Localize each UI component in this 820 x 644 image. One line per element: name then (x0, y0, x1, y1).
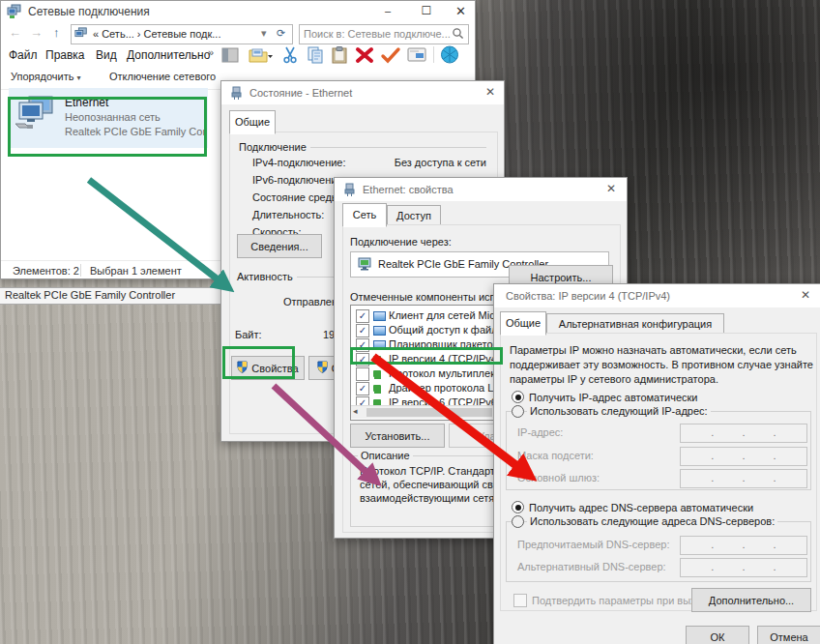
intro-line: параметры IP у сетевого администратора. (510, 373, 718, 385)
status-dialog-titlebar[interactable]: Состояние - Ethernet ✕ (221, 81, 504, 104)
row-label: IPv6-подключение: (252, 174, 346, 186)
network-connections-app-icon (7, 4, 22, 21)
status-tab-general[interactable]: Общие (229, 110, 276, 134)
description-line: взаимодействующими сетями. (360, 492, 511, 504)
ipv4-properties-dialog: Свойства: IP версии 4 (TCP/IPv4) ✕ Общие… (493, 283, 820, 644)
connect-via-label: Подключение через: (350, 236, 452, 248)
manual-dns-radio-label[interactable]: Использовать следующие адреса DNS-сервер… (527, 515, 777, 527)
adapter-mini-icon (357, 257, 372, 273)
alternate-dns-field[interactable]: . . . (680, 558, 807, 577)
properties-button[interactable]: Свойства (231, 356, 305, 380)
help-shell-icon[interactable] (440, 45, 459, 66)
component-checkbox[interactable]: ✓ (356, 309, 369, 323)
views-icon[interactable] (221, 46, 240, 66)
delete-icon[interactable] (355, 46, 374, 66)
preferred-dns-field[interactable]: . . . (680, 536, 807, 555)
connection-network: Неопознанная сеть (65, 111, 161, 123)
up-icon[interactable]: ↑ (53, 25, 60, 40)
menu-advanced[interactable]: Дополнительно (127, 48, 210, 62)
adapter-dialog-close-icon[interactable]: ✕ (598, 178, 625, 199)
status-dialog-title: Состояние - Ethernet (249, 87, 352, 99)
scroll-left-icon[interactable]: ◂ (353, 406, 358, 416)
auto-dns-radio-label[interactable]: Получить адрес DNS-сервера автоматически (529, 502, 753, 513)
organize-button[interactable]: Упорядочить ▾ (11, 71, 81, 82)
tab-network[interactable]: Сеть (342, 203, 387, 227)
alternate-dns-label: Альтернативный DNS-сервер: (517, 561, 666, 572)
menu-edit[interactable]: Правка (45, 48, 85, 62)
rename-check-icon[interactable] (380, 46, 401, 66)
ok-button[interactable]: ОК (686, 626, 749, 644)
menu-overflow-icon[interactable]: » (208, 46, 214, 58)
breadcrumb-path[interactable]: « Сеть... › Сетевые подк... (93, 28, 220, 40)
forward-icon[interactable]: → (30, 25, 43, 40)
maximize-button[interactable]: ☐ (411, 1, 442, 22)
refresh-icon[interactable]: ⟳ (277, 27, 285, 40)
status-items-count: Элементов: 2 (13, 265, 79, 277)
description-line: сетей, обеспечивающий связь (360, 479, 509, 490)
subnet-mask-field[interactable]: . . . (680, 447, 807, 466)
component-checkbox[interactable]: ✓ (356, 324, 369, 337)
menu-file[interactable]: Файл (9, 48, 38, 62)
gateway-label: Основной шлюз: (517, 472, 600, 483)
component-checkbox[interactable] (356, 367, 369, 381)
back-icon[interactable]: ← (9, 25, 21, 40)
status-dialog-close-icon[interactable]: ✕ (477, 81, 504, 102)
search-input[interactable]: Поиск в: Сетевые подключе... (299, 24, 469, 44)
search-placeholder: Поиск в: Сетевые подключе... (304, 28, 451, 40)
component-checkbox[interactable]: ✓ (356, 353, 369, 366)
advanced-button[interactable]: Дополнительно... (691, 588, 811, 612)
ethernet-adapter-icon (14, 95, 56, 137)
tab-general[interactable]: Общие (500, 311, 546, 336)
cut-icon[interactable] (281, 46, 299, 66)
connection-name: Ethernet (65, 96, 108, 109)
menu-view[interactable]: Вид (96, 48, 117, 62)
adapter-dialog-titlebar[interactable]: Ethernet: свойства ✕ (335, 178, 627, 201)
copy-icon[interactable] (307, 46, 324, 66)
properties-icon[interactable] (407, 47, 426, 64)
ipv4-dialog-close-icon[interactable]: ✕ (792, 284, 819, 306)
install-button[interactable]: Установить... (350, 424, 445, 448)
details-button[interactable]: Сведения... (237, 234, 322, 258)
row-label: Длительность: (252, 209, 324, 220)
client-icon (373, 311, 386, 321)
chevron-down-icon[interactable]: ▾ (261, 27, 267, 40)
ipv4-dialog-title: Свойства: IP версии 4 (TCP/IPv4) (506, 290, 670, 302)
validate-checkbox[interactable] (513, 594, 527, 607)
ip-address-field[interactable]: . . . (680, 424, 807, 443)
paste-icon[interactable] (332, 46, 347, 66)
gateway-field[interactable]: . . . (680, 469, 807, 488)
row-label: Состояние среды: (252, 191, 342, 203)
uac-shield-icon (317, 361, 328, 375)
ip-address-label: IP-адрес: (517, 426, 563, 438)
protocol-icon (373, 356, 381, 363)
bytes-label: Байт: (235, 329, 262, 340)
breadcrumb[interactable]: « Сеть... › Сетевые подк... ▾ ⟳ (71, 24, 293, 44)
cancel-button[interactable]: Отмена (757, 626, 820, 644)
toolbar-separator (433, 46, 434, 63)
manual-ip-radio[interactable] (512, 405, 524, 418)
address-bar: ← → ↑ « Сеть... › Сетевые подк... ▾ ⟳ По… (1, 22, 475, 44)
disable-network-button[interactable]: Отключение сетевого (109, 71, 216, 82)
breadcrumb-icon (74, 27, 88, 43)
component-checkbox[interactable]: ✓ (356, 338, 369, 352)
auto-ip-radio-label[interactable]: Получить IP-адрес автоматически (529, 392, 697, 403)
manual-ip-radio-label[interactable]: Использовать следующий IP-адрес: (527, 405, 711, 417)
scrollbar-thumb[interactable] (366, 408, 492, 417)
search-icon[interactable] (452, 27, 464, 42)
description-line: Протокол TCP/IP. Стандартный (360, 465, 514, 477)
ipv4-dialog-titlebar[interactable]: Свойства: IP версии 4 (TCP/IPv4) ✕ (494, 284, 820, 307)
component-label-ipv4[interactable]: IP версии 4 (TCP/IPv4) (389, 353, 501, 365)
organize-caret-icon: ▾ (77, 73, 81, 82)
group-divider (310, 147, 486, 148)
new-folder-icon[interactable] (249, 46, 274, 66)
connection-item-ethernet[interactable]: Ethernet Неопознанная сеть Realtek PCIe … (9, 88, 208, 148)
auto-ip-radio[interactable] (512, 391, 524, 403)
menu-bar: Файл Правка Вид Дополнительно » (1, 44, 475, 67)
validate-checkbox-label[interactable]: Подтвердить параметры при выходе (532, 595, 714, 606)
auto-dns-radio[interactable] (512, 501, 524, 513)
component-checkbox[interactable]: ✓ (356, 382, 369, 395)
manual-dns-radio[interactable] (512, 515, 524, 528)
minimize-button[interactable]: – (372, 1, 403, 22)
close-button[interactable]: ✕ (447, 1, 475, 22)
explorer-titlebar[interactable]: Сетевые подключения – ☐ ✕ (1, 1, 475, 22)
